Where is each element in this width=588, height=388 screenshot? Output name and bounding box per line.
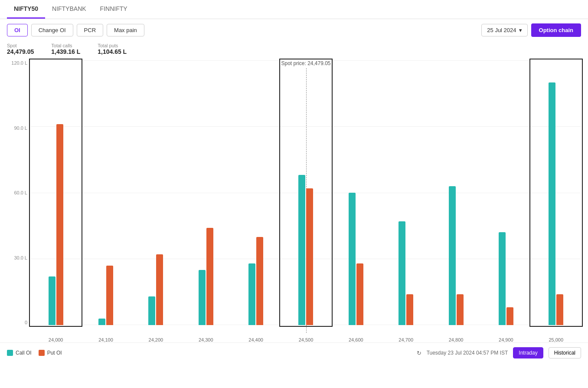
chart-container: Spot price: 24,479.05 030.0 L60.0 L90.0 … (7, 60, 581, 342)
bar-group[interactable] (281, 60, 331, 325)
spot-label: Spot (7, 43, 34, 48)
put-bar (256, 237, 263, 325)
x-axis-label: 24,900 (481, 337, 531, 342)
bar-group[interactable] (231, 60, 281, 325)
chevron-down-icon: ▾ (519, 27, 522, 33)
call-bar (98, 319, 105, 325)
bar-group-inner (131, 60, 181, 325)
put-bar (506, 307, 513, 325)
put-bar (556, 294, 563, 325)
y-axis-label: 120.0 L (7, 60, 31, 66)
put-bar (206, 228, 213, 325)
legend: Call OI Put OI (7, 350, 62, 356)
change-oi-button[interactable]: Change OI (31, 24, 73, 36)
date-selector[interactable]: 25 Jul 2024 ▾ (481, 24, 527, 36)
call-bar (549, 82, 555, 325)
total-calls-label: Total calls (51, 43, 80, 48)
bar-group[interactable] (481, 60, 531, 325)
x-axis-label: 24,000 (31, 337, 81, 342)
bar-group-inner (281, 60, 331, 325)
top-tabs: NIFTY50 NIFTYBANK FINNIFTY (0, 0, 588, 19)
call-oi-color (7, 350, 13, 356)
stats-row: Spot 24,479.05 Total calls 1,439.16 L To… (0, 41, 588, 60)
call-bar (49, 276, 56, 325)
y-axis-label: 90.0 L (7, 125, 31, 131)
put-bar (106, 266, 113, 325)
x-axis-label: 24,100 (81, 337, 131, 342)
put-bar (56, 124, 63, 325)
tab-niftybank[interactable]: NIFTYBANK (45, 0, 93, 19)
call-bar (248, 263, 255, 325)
bar-group-inner (481, 60, 531, 325)
chart-area: Spot price: 24,479.05 030.0 L60.0 L90.0 … (0, 60, 588, 342)
bar-group-inner (81, 60, 131, 325)
total-puts-label: Total puts (98, 43, 127, 48)
bars-area (31, 60, 581, 325)
put-bar (306, 188, 313, 325)
x-axis-label: 25,000 (531, 337, 581, 342)
toolbar: OI Change OI PCR Max pain 25 Jul 2024 ▾ … (0, 19, 588, 41)
y-axis-label: 30.0 L (7, 255, 31, 260)
put-oi-legend-label: Put OI (47, 350, 62, 356)
bar-group[interactable] (131, 60, 181, 325)
bar-group[interactable] (431, 60, 481, 325)
call-bar (298, 175, 305, 325)
bar-group-inner (331, 60, 381, 325)
call-bar (399, 221, 405, 325)
put-oi-color (39, 350, 45, 356)
pcr-button[interactable]: PCR (77, 24, 103, 36)
call-bar (449, 186, 456, 325)
bar-group-inner (31, 60, 81, 325)
bar-group[interactable] (181, 60, 231, 325)
x-axis-label: 24,800 (431, 337, 481, 342)
historical-button[interactable]: Historical (549, 347, 581, 358)
intraday-button[interactable]: Intraday (513, 347, 543, 358)
call-bar (499, 232, 506, 325)
x-axis-label: 24,400 (231, 337, 281, 342)
x-axis-label: 24,300 (181, 337, 231, 342)
bar-group-inner (381, 60, 431, 325)
call-bar (349, 193, 356, 325)
timestamp-label: Tuesday 23 Jul 2024 04:57 PM IST (427, 350, 508, 356)
call-bar (199, 270, 206, 325)
tab-finnifty[interactable]: FINNIFTY (93, 0, 134, 19)
total-puts-stat: Total puts 1,104.65 L (98, 43, 127, 55)
call-bar (148, 296, 155, 325)
refresh-icon: ↻ (417, 350, 421, 356)
oi-button[interactable]: OI (7, 24, 28, 36)
x-axis-label: 24,600 (331, 337, 381, 342)
footer-right: ↻ Tuesday 23 Jul 2024 04:57 PM IST Intra… (417, 347, 581, 358)
bar-group-inner (181, 60, 231, 325)
x-axis-labels: 24,00024,10024,20024,30024,40024,50024,6… (31, 337, 581, 342)
spot-value: 24,479.05 (7, 48, 34, 55)
bar-group[interactable] (381, 60, 431, 325)
x-axis-label: 24,500 (281, 337, 331, 342)
option-chain-button[interactable]: Option chain (531, 23, 581, 37)
total-puts-value: 1,104.65 L (98, 48, 127, 55)
y-axis-label: 60.0 L (7, 190, 31, 195)
call-oi-legend-label: Call OI (16, 350, 32, 356)
put-bar (406, 294, 413, 325)
y-axis-label: 0 (7, 320, 31, 325)
bar-group[interactable] (31, 60, 81, 325)
put-oi-legend: Put OI (39, 350, 62, 356)
put-bar (457, 294, 464, 325)
bar-group[interactable] (81, 60, 131, 325)
bar-group-inner (531, 60, 581, 325)
footer: Call OI Put OI ↻ Tuesday 23 Jul 2024 04:… (0, 342, 588, 363)
put-bar (156, 254, 163, 325)
x-axis-label: 24,700 (381, 337, 431, 342)
call-oi-legend: Call OI (7, 350, 32, 356)
y-axis: 030.0 L60.0 L90.0 L120.0 L (7, 60, 31, 325)
put-bar (356, 263, 363, 325)
date-label: 25 Jul 2024 (487, 27, 516, 33)
spot-stat: Spot 24,479.05 (7, 43, 34, 55)
max-pain-button[interactable]: Max pain (107, 24, 144, 36)
bar-group[interactable] (331, 60, 381, 325)
x-axis-label: 24,200 (131, 337, 181, 342)
bar-group-inner (431, 60, 481, 325)
bar-group[interactable] (531, 60, 581, 325)
total-calls-stat: Total calls 1,439.16 L (51, 43, 80, 55)
tab-nifty50[interactable]: NIFTY50 (7, 0, 45, 19)
total-calls-value: 1,439.16 L (51, 48, 80, 55)
